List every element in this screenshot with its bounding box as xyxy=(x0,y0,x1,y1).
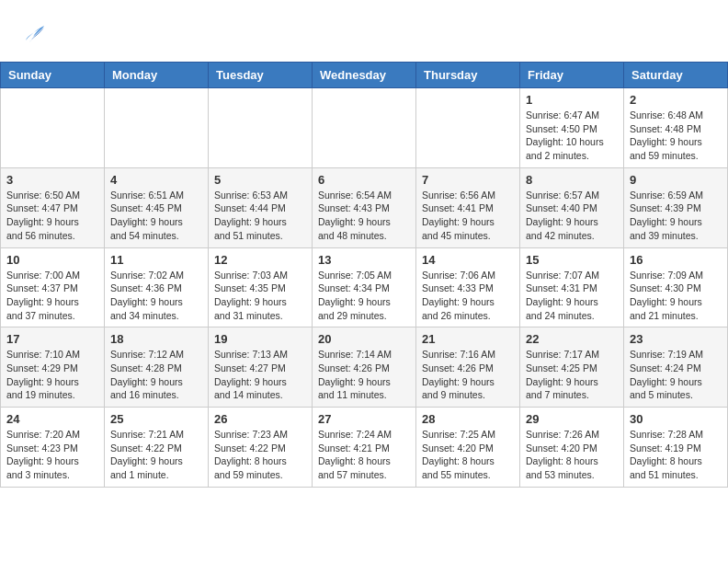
day-number: 6 xyxy=(318,173,410,187)
weekday-header-monday: Monday xyxy=(105,63,209,88)
calendar-day: 9Sunrise: 6:59 AM Sunset: 4:39 PM Daylig… xyxy=(624,167,728,247)
calendar-week-row: 1Sunrise: 6:47 AM Sunset: 4:50 PM Daylig… xyxy=(1,88,728,168)
calendar-day xyxy=(1,88,105,168)
weekday-header-saturday: Saturday xyxy=(624,63,728,88)
day-number: 19 xyxy=(214,332,306,346)
day-info: Sunrise: 7:03 AM Sunset: 4:35 PM Dayligh… xyxy=(214,269,306,323)
day-info: Sunrise: 6:50 AM Sunset: 4:47 PM Dayligh… xyxy=(6,189,98,243)
day-number: 3 xyxy=(6,173,98,187)
calendar-day: 21Sunrise: 7:16 AM Sunset: 4:26 PM Dayli… xyxy=(416,327,520,408)
day-info: Sunrise: 7:14 AM Sunset: 4:26 PM Dayligh… xyxy=(318,348,410,402)
day-info: Sunrise: 7:09 AM Sunset: 4:30 PM Dayligh… xyxy=(630,269,722,323)
day-number: 16 xyxy=(630,253,722,267)
calendar-day: 1Sunrise: 6:47 AM Sunset: 4:50 PM Daylig… xyxy=(520,88,624,168)
calendar-day: 14Sunrise: 7:06 AM Sunset: 4:33 PM Dayli… xyxy=(416,247,520,327)
calendar-day: 25Sunrise: 7:21 AM Sunset: 4:22 PM Dayli… xyxy=(105,408,209,488)
calendar-week-row: 3Sunrise: 6:50 AM Sunset: 4:47 PM Daylig… xyxy=(1,167,728,247)
calendar-table: SundayMondayTuesdayWednesdayThursdayFrid… xyxy=(0,62,728,488)
day-number: 20 xyxy=(318,332,410,346)
day-number: 12 xyxy=(214,253,306,267)
day-info: Sunrise: 7:28 AM Sunset: 4:19 PM Dayligh… xyxy=(630,428,722,482)
day-number: 28 xyxy=(422,412,514,426)
day-info: Sunrise: 7:06 AM Sunset: 4:33 PM Dayligh… xyxy=(422,269,514,323)
day-info: Sunrise: 7:20 AM Sunset: 4:23 PM Dayligh… xyxy=(6,428,98,482)
day-info: Sunrise: 7:02 AM Sunset: 4:36 PM Dayligh… xyxy=(110,269,202,323)
calendar-day: 23Sunrise: 7:19 AM Sunset: 4:24 PM Dayli… xyxy=(624,327,728,408)
calendar-day: 8Sunrise: 6:57 AM Sunset: 4:40 PM Daylig… xyxy=(520,167,624,247)
calendar-day: 10Sunrise: 7:00 AM Sunset: 4:37 PM Dayli… xyxy=(1,247,105,327)
day-number: 13 xyxy=(318,253,410,267)
calendar-day: 4Sunrise: 6:51 AM Sunset: 4:45 PM Daylig… xyxy=(105,167,209,247)
calendar-day: 11Sunrise: 7:02 AM Sunset: 4:36 PM Dayli… xyxy=(105,247,209,327)
calendar-day: 15Sunrise: 7:07 AM Sunset: 4:31 PM Dayli… xyxy=(520,247,624,327)
day-number: 27 xyxy=(318,412,410,426)
weekday-header-tuesday: Tuesday xyxy=(209,63,313,88)
day-number: 5 xyxy=(214,173,306,187)
weekday-header-sunday: Sunday xyxy=(1,63,105,88)
day-number: 30 xyxy=(630,412,722,426)
day-number: 10 xyxy=(6,253,98,267)
calendar-week-row: 10Sunrise: 7:00 AM Sunset: 4:37 PM Dayli… xyxy=(1,247,728,327)
day-number: 7 xyxy=(422,173,514,187)
day-number: 18 xyxy=(110,332,202,346)
calendar-day: 29Sunrise: 7:26 AM Sunset: 4:20 PM Dayli… xyxy=(520,408,624,488)
day-number: 14 xyxy=(422,253,514,267)
calendar-day xyxy=(416,88,520,168)
day-number: 23 xyxy=(630,332,722,346)
day-number: 1 xyxy=(526,93,618,107)
day-number: 15 xyxy=(526,253,618,267)
day-number: 17 xyxy=(6,332,98,346)
day-number: 25 xyxy=(110,412,202,426)
day-info: Sunrise: 7:24 AM Sunset: 4:21 PM Dayligh… xyxy=(318,428,410,482)
calendar-week-row: 17Sunrise: 7:10 AM Sunset: 4:29 PM Dayli… xyxy=(1,327,728,408)
calendar-day: 28Sunrise: 7:25 AM Sunset: 4:20 PM Dayli… xyxy=(416,408,520,488)
day-info: Sunrise: 7:26 AM Sunset: 4:20 PM Dayligh… xyxy=(526,428,618,482)
day-info: Sunrise: 7:21 AM Sunset: 4:22 PM Dayligh… xyxy=(110,428,202,482)
calendar-day xyxy=(105,88,209,168)
logo-bird-icon xyxy=(18,18,48,48)
day-info: Sunrise: 7:17 AM Sunset: 4:25 PM Dayligh… xyxy=(526,348,618,402)
day-info: Sunrise: 7:16 AM Sunset: 4:26 PM Dayligh… xyxy=(422,348,514,402)
day-info: Sunrise: 7:05 AM Sunset: 4:34 PM Dayligh… xyxy=(318,269,410,323)
day-number: 4 xyxy=(110,173,202,187)
calendar-day: 19Sunrise: 7:13 AM Sunset: 4:27 PM Dayli… xyxy=(209,327,313,408)
weekday-header-friday: Friday xyxy=(520,63,624,88)
day-info: Sunrise: 6:51 AM Sunset: 4:45 PM Dayligh… xyxy=(110,189,202,243)
day-number: 9 xyxy=(630,173,722,187)
day-number: 29 xyxy=(526,412,618,426)
page-header xyxy=(0,0,728,52)
calendar-day: 5Sunrise: 6:53 AM Sunset: 4:44 PM Daylig… xyxy=(209,167,313,247)
day-info: Sunrise: 7:19 AM Sunset: 4:24 PM Dayligh… xyxy=(630,348,722,402)
day-number: 26 xyxy=(214,412,306,426)
day-info: Sunrise: 6:57 AM Sunset: 4:40 PM Dayligh… xyxy=(526,189,618,243)
day-info: Sunrise: 6:47 AM Sunset: 4:50 PM Dayligh… xyxy=(526,109,618,163)
calendar-header-row: SundayMondayTuesdayWednesdayThursdayFrid… xyxy=(1,63,728,88)
calendar-day: 30Sunrise: 7:28 AM Sunset: 4:19 PM Dayli… xyxy=(624,408,728,488)
logo xyxy=(18,18,48,48)
day-info: Sunrise: 7:25 AM Sunset: 4:20 PM Dayligh… xyxy=(422,428,514,482)
calendar-day: 12Sunrise: 7:03 AM Sunset: 4:35 PM Dayli… xyxy=(209,247,313,327)
calendar-day xyxy=(313,88,416,168)
calendar-week-row: 24Sunrise: 7:20 AM Sunset: 4:23 PM Dayli… xyxy=(1,408,728,488)
day-info: Sunrise: 7:00 AM Sunset: 4:37 PM Dayligh… xyxy=(6,269,98,323)
day-info: Sunrise: 6:54 AM Sunset: 4:43 PM Dayligh… xyxy=(318,189,410,243)
calendar-day: 16Sunrise: 7:09 AM Sunset: 4:30 PM Dayli… xyxy=(624,247,728,327)
day-info: Sunrise: 7:10 AM Sunset: 4:29 PM Dayligh… xyxy=(6,348,98,402)
day-number: 22 xyxy=(526,332,618,346)
calendar-day: 27Sunrise: 7:24 AM Sunset: 4:21 PM Dayli… xyxy=(313,408,416,488)
calendar-day: 22Sunrise: 7:17 AM Sunset: 4:25 PM Dayli… xyxy=(520,327,624,408)
calendar-day: 2Sunrise: 6:48 AM Sunset: 4:48 PM Daylig… xyxy=(624,88,728,168)
day-info: Sunrise: 7:07 AM Sunset: 4:31 PM Dayligh… xyxy=(526,269,618,323)
day-number: 8 xyxy=(526,173,618,187)
day-info: Sunrise: 6:59 AM Sunset: 4:39 PM Dayligh… xyxy=(630,189,722,243)
calendar-day: 24Sunrise: 7:20 AM Sunset: 4:23 PM Dayli… xyxy=(1,408,105,488)
calendar-day: 26Sunrise: 7:23 AM Sunset: 4:22 PM Dayli… xyxy=(209,408,313,488)
weekday-header-wednesday: Wednesday xyxy=(313,63,416,88)
calendar-day: 20Sunrise: 7:14 AM Sunset: 4:26 PM Dayli… xyxy=(313,327,416,408)
calendar-day: 17Sunrise: 7:10 AM Sunset: 4:29 PM Dayli… xyxy=(1,327,105,408)
weekday-header-thursday: Thursday xyxy=(416,63,520,88)
day-number: 24 xyxy=(6,412,98,426)
calendar-day: 6Sunrise: 6:54 AM Sunset: 4:43 PM Daylig… xyxy=(313,167,416,247)
day-number: 11 xyxy=(110,253,202,267)
calendar-day: 3Sunrise: 6:50 AM Sunset: 4:47 PM Daylig… xyxy=(1,167,105,247)
